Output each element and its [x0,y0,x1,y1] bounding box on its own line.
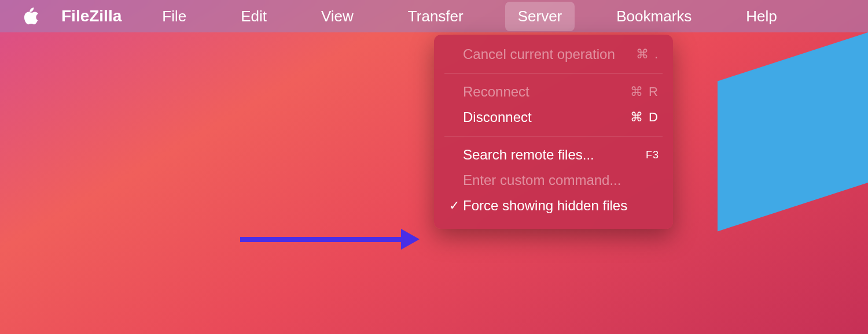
menu-item-force-hidden-files[interactable]: ✓ Force showing hidden files [434,193,673,218]
menu-separator [444,73,663,73]
menu-item-shortcut: ⌘ R [630,84,659,99]
menubar-item-view[interactable]: View [308,2,366,31]
menubar-item-bookmarks[interactable]: Bookmarks [604,2,704,31]
menubar-item-server[interactable]: Server [505,2,575,31]
menu-item-label: Enter custom command... [463,172,653,188]
menu-item-shortcut: ⌘ . [636,47,659,62]
menu-item-custom-command: Enter custom command... [434,168,673,193]
arrow-line [240,237,402,242]
menu-item-shortcut: F3 [646,149,659,161]
menubar-item-help[interactable]: Help [733,2,789,31]
desktop-background: FileZilla File Edit View Transfer Server… [0,0,868,334]
menu-item-search-remote[interactable]: Search remote files... F3 [434,142,673,168]
menubar-item-edit[interactable]: Edit [228,2,279,31]
menu-item-label: Search remote files... [463,147,640,163]
wallpaper-shape [718,32,868,231]
menubar-item-file[interactable]: File [149,2,199,31]
menu-item-label: Reconnect [463,84,624,100]
menubar-item-transfer[interactable]: Transfer [395,2,476,31]
menu-item-cancel-operation: Cancel current operation ⌘ . [434,42,673,67]
menubar-app-name[interactable]: FileZilla [61,7,122,25]
macos-menubar: FileZilla File Edit View Transfer Server… [0,0,868,32]
menu-separator [444,136,663,136]
annotation-arrow [240,229,420,250]
checkmark-icon: ✓ [449,198,463,213]
menu-item-label: Force showing hidden files [463,198,653,214]
menu-item-disconnect[interactable]: Disconnect ⌘ D [434,105,673,130]
arrow-head-icon [401,229,420,250]
menu-item-shortcut: ⌘ D [630,110,659,125]
apple-logo-icon[interactable] [23,8,38,25]
menu-item-label: Cancel current operation [463,46,630,62]
menu-item-reconnect: Reconnect ⌘ R [434,79,673,105]
server-menu-dropdown: Cancel current operation ⌘ . Reconnect ⌘… [434,35,673,229]
menu-item-label: Disconnect [463,109,624,125]
